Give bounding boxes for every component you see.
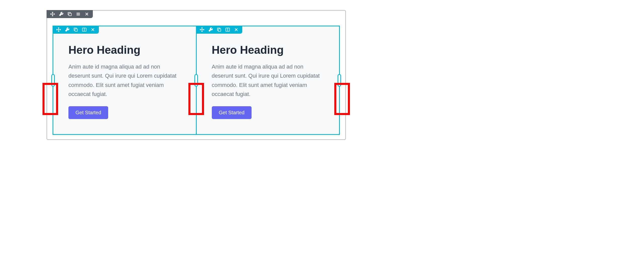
resize-handle-right[interactable]: [338, 74, 341, 87]
column-toolbar: [196, 26, 242, 34]
resize-handle-right[interactable]: [194, 74, 198, 87]
hero-body[interactable]: Anim aute id magna aliqua ad ad non dese…: [212, 62, 324, 99]
columns-icon[interactable]: [225, 27, 230, 32]
hero-body[interactable]: Anim aute id magna aliqua ad ad non dese…: [68, 62, 181, 99]
cta-button[interactable]: Get Started: [68, 106, 108, 119]
columns-icon[interactable]: [82, 27, 87, 32]
wrench-icon[interactable]: [59, 12, 64, 17]
section-container[interactable]: Hero Heading Anim aute id magna aliqua a…: [47, 10, 346, 140]
hero-content: Hero Heading Anim aute id magna aliqua a…: [53, 34, 196, 134]
duplicate-icon[interactable]: [217, 27, 222, 32]
close-icon[interactable]: [84, 12, 89, 17]
svg-rect-0: [69, 13, 71, 16]
wrench-icon[interactable]: [65, 27, 70, 32]
columns-row: Hero Heading Anim aute id magna aliqua a…: [47, 18, 345, 139]
hero-heading[interactable]: Hero Heading: [68, 44, 181, 56]
hero-heading[interactable]: Hero Heading: [212, 44, 324, 56]
section-toolbar: [47, 10, 93, 18]
svg-rect-6: [75, 29, 77, 31]
move-icon[interactable]: [56, 27, 61, 32]
hero-content: Hero Heading Anim aute id magna aliqua a…: [197, 34, 339, 134]
close-icon[interactable]: [234, 27, 239, 32]
column-1[interactable]: Hero Heading Anim aute id magna aliqua a…: [53, 26, 197, 135]
move-icon[interactable]: [50, 12, 55, 17]
resize-handle-left[interactable]: [51, 74, 55, 87]
wrench-icon[interactable]: [208, 27, 213, 32]
move-icon[interactable]: [199, 27, 205, 32]
column-2[interactable]: Hero Heading Anim aute id magna aliqua a…: [196, 26, 340, 135]
cta-button[interactable]: Get Started: [212, 106, 252, 119]
menu-icon[interactable]: [76, 12, 81, 17]
close-icon[interactable]: [90, 27, 95, 32]
duplicate-icon[interactable]: [73, 27, 78, 32]
column-toolbar: [53, 26, 99, 34]
duplicate-icon[interactable]: [67, 12, 72, 17]
builder-canvas: Hero Heading Anim aute id magna aliqua a…: [47, 10, 346, 140]
svg-rect-11: [218, 29, 221, 31]
